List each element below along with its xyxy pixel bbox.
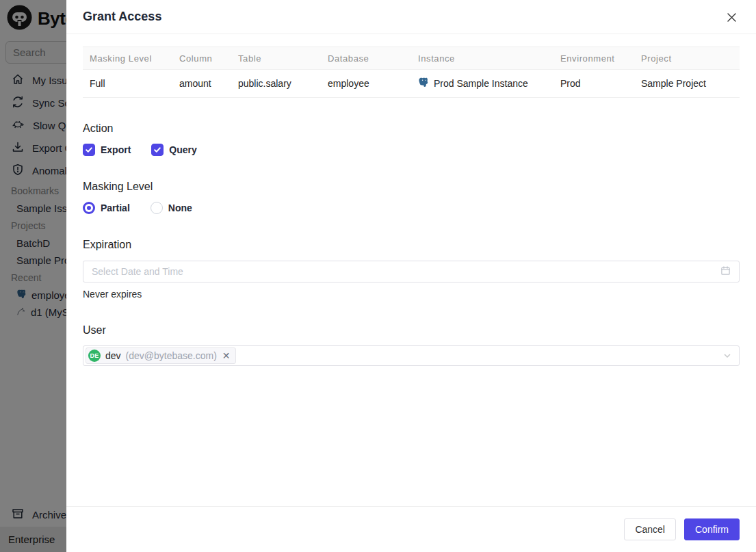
remove-user-icon[interactable]: ✕ xyxy=(222,351,231,360)
chevron-down-icon[interactable] xyxy=(722,351,732,360)
date-time-input[interactable] xyxy=(92,266,720,277)
partial-radio[interactable]: Partial xyxy=(83,202,130,214)
grant-access-modal: Grant Access Masking Level Column Table … xyxy=(66,0,756,552)
modal-title: Grant Access xyxy=(83,10,161,24)
grant-scope-table: Masking Level Column Table Database Inst… xyxy=(83,47,740,98)
checkbox-icon[interactable] xyxy=(151,144,164,156)
expiration-hint: Never expires xyxy=(83,289,740,300)
environment-cell: Prod xyxy=(553,70,634,97)
user-name: dev xyxy=(105,350,121,361)
table-row: Full amount public.salary employee Prod … xyxy=(83,70,740,98)
instance-name: Prod Sample Instance xyxy=(434,78,528,89)
expiration-date-input[interactable] xyxy=(83,261,740,282)
column-header: Database xyxy=(321,47,411,69)
masking-level-heading: Masking Level xyxy=(83,181,740,193)
user-select[interactable]: DE dev (dev@bytebase.com) ✕ xyxy=(83,345,740,366)
table-cell: public.salary xyxy=(231,70,321,97)
column-header: Masking Level xyxy=(83,47,172,69)
postgresql-icon xyxy=(418,77,430,90)
action-options: Export Query xyxy=(83,144,740,156)
instance-cell: Prod Sample Instance xyxy=(411,70,553,97)
radio-icon[interactable] xyxy=(83,202,95,214)
masking-level-options: Partial None xyxy=(83,202,740,214)
radio-label: Partial xyxy=(101,202,130,213)
selected-user-tag: DE dev (dev@bytebase.com) ✕ xyxy=(86,347,236,364)
column-header: Project xyxy=(634,47,740,69)
masking-level-cell: Full xyxy=(83,70,172,97)
column-header: Environment xyxy=(553,47,634,69)
column-header: Column xyxy=(172,47,231,69)
expiration-heading: Expiration xyxy=(83,239,740,251)
modal-footer: Cancel Confirm xyxy=(66,506,756,552)
user-heading: User xyxy=(83,324,740,337)
export-checkbox[interactable]: Export xyxy=(83,144,131,156)
avatar: DE xyxy=(88,350,101,362)
modal-body: Masking Level Column Table Database Inst… xyxy=(66,34,756,506)
column-cell: amount xyxy=(172,70,231,97)
checkbox-icon[interactable] xyxy=(83,144,95,156)
column-header: Table xyxy=(231,47,321,69)
column-header: Instance xyxy=(411,47,553,69)
cancel-button[interactable]: Cancel xyxy=(624,518,676,540)
checkbox-label: Query xyxy=(169,144,196,155)
action-heading: Action xyxy=(83,122,740,135)
checkbox-label: Export xyxy=(101,144,131,155)
query-checkbox[interactable]: Query xyxy=(151,144,196,156)
user-email: (dev@bytebase.com) xyxy=(126,350,217,361)
radio-icon[interactable] xyxy=(151,202,163,214)
database-cell: employee xyxy=(321,70,411,97)
close-icon[interactable] xyxy=(723,9,740,25)
radio-label: None xyxy=(168,202,192,213)
confirm-button[interactable]: Confirm xyxy=(684,518,740,540)
modal-header: Grant Access xyxy=(66,0,756,34)
project-cell: Sample Project xyxy=(634,70,740,97)
table-header-row: Masking Level Column Table Database Inst… xyxy=(83,47,740,70)
calendar-icon[interactable] xyxy=(720,265,731,278)
none-radio[interactable]: None xyxy=(151,202,192,214)
